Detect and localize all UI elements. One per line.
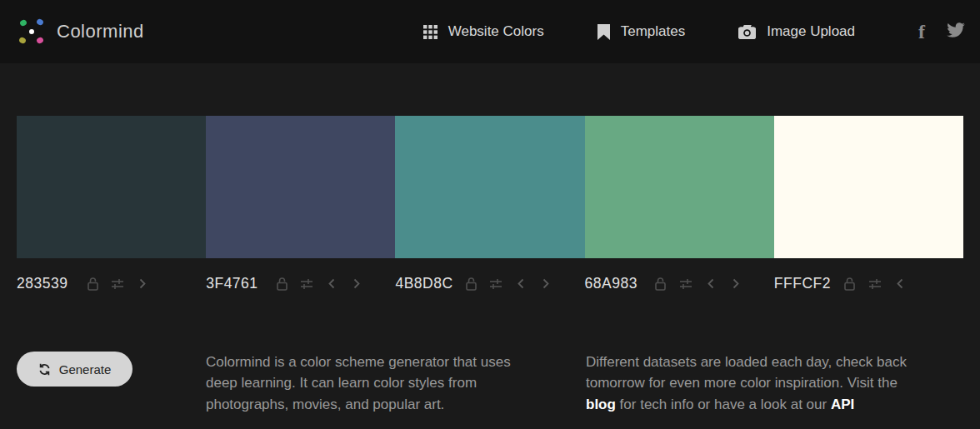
- hex-code: 283539: [17, 275, 72, 292]
- sliders-icon[interactable]: [300, 277, 313, 292]
- move-left-icon[interactable]: [514, 277, 528, 292]
- bookmark-icon: [598, 24, 610, 40]
- social-links: f: [918, 22, 965, 42]
- brand-name[interactable]: Colormind: [57, 21, 144, 42]
- color-swatch-1[interactable]: [17, 116, 206, 258]
- swatch-2-controls: 3F4761: [206, 258, 395, 292]
- hex-code: 3F4761: [206, 275, 261, 292]
- sliders-icon[interactable]: [868, 277, 882, 292]
- main-nav: Website Colors Templates Image Upload: [423, 23, 855, 40]
- twitter-icon[interactable]: [947, 22, 965, 41]
- nav-label: Templates: [621, 23, 685, 40]
- swatch-1-controls: 283539: [17, 258, 206, 292]
- move-right-icon[interactable]: [136, 277, 149, 292]
- move-left-icon[interactable]: [325, 277, 338, 292]
- color-swatch-5[interactable]: [774, 116, 963, 258]
- blog-link[interactable]: blog: [586, 397, 616, 412]
- hex-code: 4B8D8C: [395, 275, 450, 292]
- generate-button-label: Generate: [59, 362, 112, 377]
- color-swatch-4[interactable]: [585, 116, 774, 258]
- facebook-icon[interactable]: f: [918, 22, 925, 42]
- move-left-icon[interactable]: [893, 277, 907, 292]
- refresh-icon: [38, 363, 51, 376]
- nav-image-upload[interactable]: Image Upload: [738, 23, 855, 40]
- swatch-5-controls: FFFCF2: [774, 258, 963, 292]
- bottom-section: Generate Colormind is a color scheme gen…: [17, 352, 963, 415]
- color-swatch-2[interactable]: [206, 116, 395, 258]
- logo-dot-white: [29, 29, 34, 34]
- move-right-icon[interactable]: [729, 277, 742, 292]
- move-left-icon[interactable]: [704, 277, 718, 292]
- about-right-part2: for tech info or have a look at our: [616, 397, 831, 412]
- palette-controls: 283539 3F4761: [17, 258, 963, 292]
- hex-code: 68A983: [585, 275, 640, 292]
- nav-templates[interactable]: Templates: [598, 23, 685, 40]
- sliders-icon[interactable]: [679, 277, 692, 292]
- color-palette: [17, 116, 963, 258]
- lock-icon[interactable]: [843, 277, 857, 292]
- logo-dot-green: [19, 18, 28, 27]
- hex-code: FFFCF2: [774, 275, 829, 292]
- lock-icon[interactable]: [275, 277, 288, 292]
- about-text-left: Colormind is a color scheme generator th…: [206, 352, 544, 415]
- nav-website-colors[interactable]: Website Colors: [423, 23, 544, 40]
- lock-icon[interactable]: [86, 277, 99, 292]
- about-right-part1: Different datasets are loaded each day, …: [586, 354, 907, 391]
- logo-dot-pink: [36, 36, 44, 44]
- lock-icon[interactable]: [654, 277, 668, 292]
- color-swatch-3[interactable]: [395, 116, 584, 258]
- nav-label: Website Colors: [448, 23, 544, 40]
- about-text-right: Different datasets are loaded each day, …: [586, 352, 916, 415]
- grid-icon: [423, 25, 438, 39]
- header: Colormind Website Colors Templates: [0, 0, 980, 63]
- swatch-3-controls: 4B8D8C: [395, 258, 584, 292]
- generate-button[interactable]: Generate: [17, 352, 132, 387]
- colormind-logo-icon[interactable]: [17, 17, 48, 46]
- camera-icon: [738, 25, 756, 39]
- sliders-icon[interactable]: [111, 277, 124, 292]
- nav-label: Image Upload: [767, 23, 855, 40]
- logo-dot-blue: [36, 17, 44, 26]
- move-right-icon[interactable]: [539, 277, 552, 292]
- logo-dot-yellow: [18, 36, 27, 44]
- api-link[interactable]: API: [831, 397, 854, 412]
- sliders-icon[interactable]: [489, 277, 502, 292]
- swatch-4-controls: 68A983: [585, 258, 774, 292]
- move-right-icon[interactable]: [350, 277, 363, 292]
- lock-icon[interactable]: [464, 277, 478, 292]
